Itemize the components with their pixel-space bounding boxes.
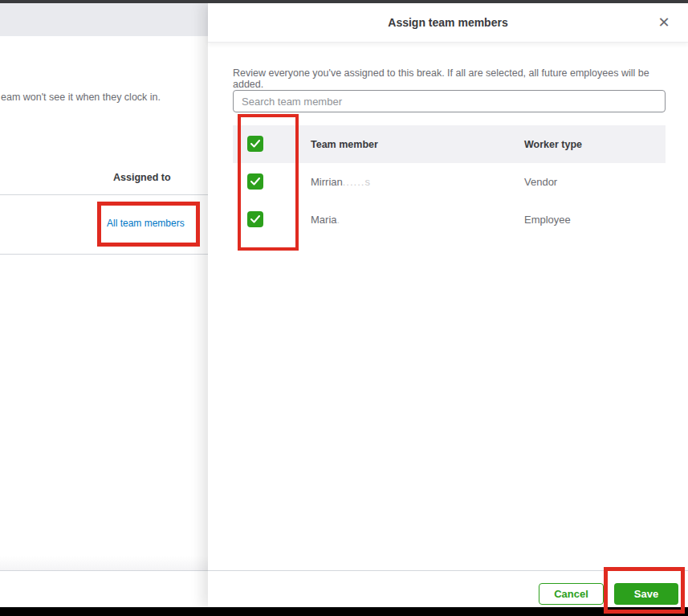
team-member-table: Team member Worker type Mirrian......s V…: [233, 125, 666, 239]
checkmark-icon: [250, 140, 260, 148]
cancel-button[interactable]: Cancel: [539, 583, 604, 605]
column-header-team-member: Team member: [311, 139, 378, 150]
checkmark-icon: [250, 177, 260, 186]
team-member-name: Maria.: [311, 214, 340, 226]
all-team-members-link[interactable]: All team members: [107, 218, 185, 229]
row-checkbox[interactable]: [247, 173, 263, 190]
checkmark-icon: [250, 215, 260, 223]
top-window-bar: [0, 0, 688, 3]
background-page: eam won't see it when they clock in. Ass…: [0, 3, 208, 607]
name-redacted-text: .: [337, 214, 341, 226]
modal-title: Assign team members: [208, 16, 688, 29]
row-divider: [0, 254, 208, 255]
screenshot-stage: eam won't see it when they clock in. Ass…: [0, 0, 688, 616]
background-footer-edge: [0, 556, 208, 571]
team-member-name: Mirrian......s: [311, 176, 371, 188]
close-icon[interactable]: ✕: [654, 13, 674, 32]
column-header-worker-type: Worker type: [524, 139, 582, 150]
select-all-checkbox[interactable]: [247, 136, 263, 152]
name-redacted-text: ......s: [343, 176, 371, 188]
table-row: Mirrian......s Vendor: [233, 163, 666, 201]
modal-header: Assign team members ✕: [208, 3, 688, 43]
row-checkbox[interactable]: [247, 211, 263, 227]
save-button[interactable]: Save: [614, 583, 678, 605]
search-input[interactable]: [233, 90, 666, 112]
modal-footer: Cancel Save: [208, 570, 688, 607]
modal-description: Review everyone you've assigned to this …: [233, 67, 666, 90]
name-text: Maria: [311, 214, 337, 226]
background-header-band: [0, 3, 208, 36]
worker-type: Vendor: [524, 176, 557, 188]
break-hint-text: eam won't see it when they clock in.: [1, 92, 161, 103]
row-divider: [0, 194, 208, 195]
table-row: Maria. Employee: [233, 201, 666, 239]
assign-team-members-modal: Assign team members ✕ Review everyone yo…: [208, 3, 688, 607]
table-header-row: Team member Worker type: [233, 125, 666, 163]
worker-type: Employee: [524, 214, 571, 226]
name-text: Mirrian: [311, 176, 343, 188]
bottom-window-bar: [0, 607, 688, 616]
assigned-to-column-header: Assigned to: [113, 172, 171, 183]
